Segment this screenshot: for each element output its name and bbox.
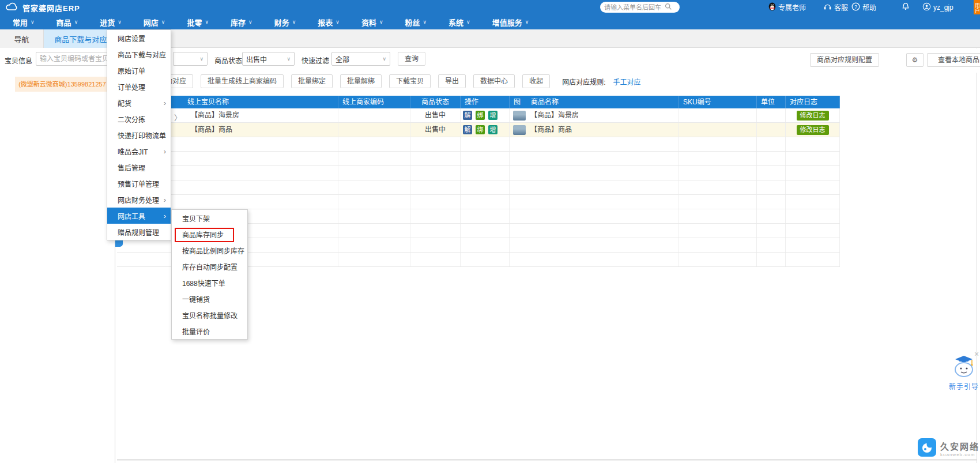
cell-sku bbox=[679, 123, 757, 137]
teacher-link[interactable]: 专属老师 bbox=[768, 0, 806, 14]
expand-row-icon[interactable]: 〉 bbox=[174, 112, 182, 123]
user-avatar-icon bbox=[922, 2, 931, 13]
vendor-logo: 久安网络 kuanweb.com bbox=[918, 438, 979, 459]
chevron-down-icon: ∨ bbox=[525, 19, 529, 25]
corner-feedback-tag[interactable]: 用户 bbox=[974, 0, 980, 16]
add-op-icon[interactable]: 增 bbox=[488, 125, 497, 134]
menu-item-aftersale[interactable]: 售后管理 bbox=[107, 159, 171, 175]
header-image-product-name[interactable]: 图商品名称 bbox=[510, 96, 679, 108]
chevron-down-icon: ∨ bbox=[248, 19, 252, 25]
submenu-item-ratio-stock-sync[interactable]: 按商品比例同步库存 bbox=[172, 242, 247, 258]
header-online-merchant-code[interactable]: 线上商家编码 bbox=[338, 96, 410, 108]
nav-item-inventory[interactable]: 库存∨ bbox=[224, 14, 259, 29]
batch-unbind-button[interactable]: 批量解绑 bbox=[340, 74, 382, 88]
vendor-domain: kuanweb.com bbox=[940, 452, 979, 457]
bind-op-icon[interactable]: 绑 bbox=[476, 125, 485, 134]
customer-service-link[interactable]: 客服 bbox=[823, 0, 848, 14]
nav-item-reports[interactable]: 报表∨ bbox=[311, 14, 346, 29]
chevron-down-icon: ∨ bbox=[423, 19, 427, 25]
menu-item-product-download[interactable]: 商品下载与对应 bbox=[107, 46, 171, 62]
download-baby-button[interactable]: 下载宝贝 bbox=[389, 74, 431, 88]
nav-item-product[interactable]: 商品∨ bbox=[50, 14, 85, 29]
tab-navigation[interactable]: 导航 bbox=[0, 29, 44, 48]
product-status-select[interactable]: 出售中∨ bbox=[242, 52, 295, 66]
nav-item-value-added[interactable]: 增值服务∨ bbox=[485, 14, 536, 29]
manual-match-link[interactable]: 手工对应 bbox=[613, 77, 640, 86]
menu-item-presale-orders[interactable]: 预售订单管理 bbox=[107, 175, 171, 191]
header-unit[interactable]: 单位 bbox=[757, 96, 786, 108]
submenu-arrow-icon: › bbox=[164, 195, 166, 204]
add-op-icon[interactable]: 增 bbox=[488, 111, 497, 120]
bind-op-icon[interactable]: 绑 bbox=[476, 111, 485, 120]
submenu-item-baby-offshelf[interactable]: 宝贝下架 bbox=[172, 210, 247, 226]
menu-item-allocation[interactable]: 配货› bbox=[107, 95, 171, 111]
chevron-down-icon: ∨ bbox=[336, 19, 340, 25]
quick-filter-select[interactable]: 全部∨ bbox=[331, 52, 390, 66]
rule-config-button[interactable]: 商品对应规则配置 bbox=[810, 53, 879, 67]
menu-item-order-processing[interactable]: 订单处理 bbox=[107, 78, 171, 95]
extra-filter-select[interactable]: ∨ bbox=[173, 52, 208, 66]
menu-item-shop-settings[interactable]: 网店设置 bbox=[107, 30, 171, 46]
gear-icon[interactable]: ⚙ bbox=[906, 53, 924, 67]
data-center-button[interactable]: 数据中心 bbox=[473, 74, 515, 88]
menu-item-original-orders[interactable]: 原始订单 bbox=[107, 62, 171, 78]
chevron-down-icon: ∨ bbox=[205, 19, 209, 25]
chevron-down-icon: ∨ bbox=[31, 19, 35, 25]
menu-item-express-print[interactable]: 快递打印物流单 bbox=[107, 127, 171, 143]
unbind-op-icon[interactable]: 解 bbox=[463, 125, 472, 134]
header-sku-code[interactable]: SKU编号 bbox=[679, 96, 757, 108]
app-title: 管家婆网店ERP bbox=[22, 2, 80, 13]
submenu-item-1688-quick-order[interactable]: 1688快速下单 bbox=[172, 274, 247, 291]
table-row-product[interactable]: 【商品】商品 出售中 解 绑 增 【商品】商品 修改日志 bbox=[117, 123, 840, 137]
menu-item-vip-jit[interactable]: 唯品会JIT› bbox=[107, 143, 171, 159]
shop-list-item-selected[interactable]: (微盟新云微商城)13599821257 bbox=[15, 77, 110, 92]
submenu-item-baby-name-batch-edit[interactable]: 宝贝名称批量修改 bbox=[172, 307, 247, 323]
nav-item-fans[interactable]: 粉丝∨ bbox=[398, 14, 434, 29]
collapse-button[interactable]: 收起 bbox=[522, 74, 550, 88]
nav-item-shop[interactable]: 网店∨ bbox=[137, 14, 172, 29]
nav-item-data[interactable]: 资料∨ bbox=[355, 14, 390, 29]
cell-sku bbox=[679, 108, 757, 122]
submenu-item-stock-sync[interactable]: 商品库存同步 bbox=[172, 226, 247, 242]
header-mapping-log[interactable]: 对应日志 bbox=[786, 96, 840, 108]
modify-log-button[interactable]: 修改日志 bbox=[797, 125, 829, 135]
search-icon[interactable] bbox=[665, 2, 672, 13]
header-product-status[interactable]: 商品状态 bbox=[410, 96, 461, 108]
nav-item-common[interactable]: 常用∨ bbox=[6, 14, 42, 29]
menu-item-secondary-sorting[interactable]: 二次分拣 bbox=[107, 111, 171, 127]
content-right-border bbox=[977, 48, 977, 463]
export-button[interactable]: 导出 bbox=[438, 74, 466, 88]
batch-bind-button[interactable]: 批量绑定 bbox=[291, 74, 333, 88]
cell-unit bbox=[757, 123, 786, 137]
batch-generate-code-button[interactable]: 批量生成线上商家编码 bbox=[201, 74, 284, 88]
submenu-item-auto-stock-config[interactable]: 库存自动同步配置 bbox=[172, 258, 247, 274]
shop-dropdown-menu: 网店设置 商品下载与对应 原始订单 订单处理 配货› 二次分拣 快递打印物流单 … bbox=[107, 29, 171, 240]
cell-log: 修改日志 bbox=[786, 108, 840, 122]
modify-log-button[interactable]: 修改日志 bbox=[797, 111, 829, 121]
table-row-seaview[interactable]: 【商品】海景房 出售中 解 绑 增 【商品】海景房 修改日志 bbox=[117, 108, 840, 123]
menu-item-shop-tools[interactable]: 网店工具› bbox=[107, 208, 171, 224]
nav-item-purchase[interactable]: 进货∨ bbox=[93, 14, 129, 29]
global-search[interactable] bbox=[600, 2, 680, 13]
close-guide-icon[interactable]: × bbox=[974, 349, 979, 359]
cell-operations: 解 绑 增 bbox=[461, 108, 510, 122]
menu-item-shop-finance[interactable]: 网店财务处理› bbox=[107, 191, 171, 208]
view-local-products-button[interactable]: 查看本地商品 bbox=[927, 53, 980, 67]
help-link[interactable]: ? 帮助 bbox=[851, 0, 876, 14]
global-search-input[interactable] bbox=[604, 4, 665, 11]
submenu-item-one-key-distribute[interactable]: 一键铺货 bbox=[172, 291, 247, 307]
notifications-bell[interactable] bbox=[901, 0, 910, 14]
submenu-item-batch-review[interactable]: 批量评价 bbox=[172, 323, 247, 339]
svg-text:?: ? bbox=[854, 3, 857, 9]
nav-item-wholesale[interactable]: 批零∨ bbox=[180, 14, 216, 29]
horizontal-scrollbar[interactable] bbox=[117, 459, 977, 461]
nav-item-finance[interactable]: 财务∨ bbox=[267, 14, 303, 29]
chevron-down-icon: ∨ bbox=[379, 19, 383, 25]
menu-item-gift-rules[interactable]: 赠品规则管理 bbox=[107, 224, 171, 240]
query-button[interactable]: 查询 bbox=[398, 52, 425, 66]
unbind-op-icon[interactable]: 解 bbox=[463, 111, 472, 120]
header-operations[interactable]: 操作 bbox=[461, 96, 510, 108]
cell-unit bbox=[757, 108, 786, 122]
user-account[interactable]: yz_gjp bbox=[922, 0, 953, 14]
nav-item-system[interactable]: 系统∨ bbox=[442, 14, 477, 29]
